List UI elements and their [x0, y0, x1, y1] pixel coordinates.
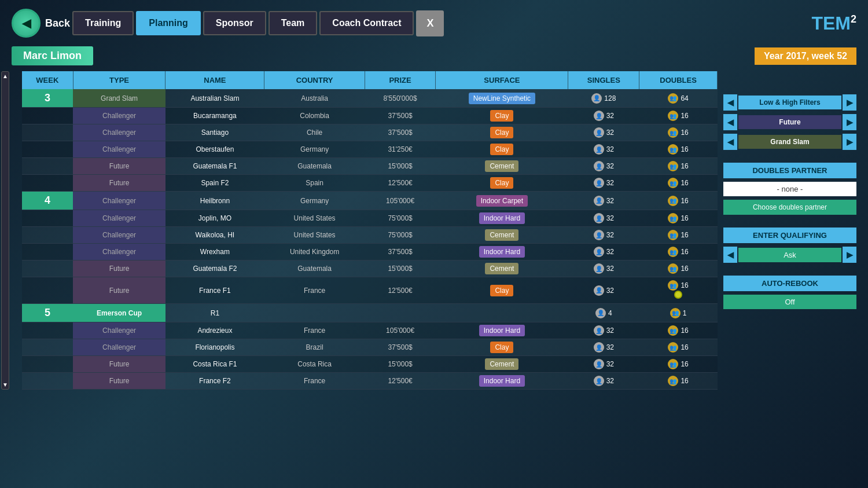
- table-row[interactable]: FutureFrance F1France12'500€Clay👤32👥16: [22, 277, 718, 304]
- header-country: COUNTRY: [264, 71, 365, 89]
- table-row[interactable]: ChallengerBucaramangaColombia37'500$Clay…: [22, 108, 718, 124]
- type-cell: Future: [73, 175, 165, 192]
- name-cell: Waikoloa, HI: [165, 227, 264, 244]
- scroll-up-arrow[interactable]: ▲: [2, 73, 8, 79]
- doubles-cell: 👥64: [639, 89, 718, 108]
- type-cell: Challenger: [73, 244, 165, 260]
- coach-contract-tab[interactable]: Coach Contract: [319, 11, 414, 35]
- doubles-cell: 👥16: [639, 260, 718, 277]
- type-cell: Challenger: [73, 192, 165, 210]
- ask-right-arrow[interactable]: ▶: [843, 247, 856, 263]
- surface-cell: Clay: [436, 141, 568, 158]
- surface-cell: Clay: [436, 108, 568, 124]
- doubles-cell: 👥16: [639, 124, 718, 141]
- singles-cell: 👤32: [568, 260, 639, 277]
- table-row[interactable]: ChallengerSantiagoChile37'500$Clay👤32👥16: [22, 124, 718, 141]
- country-cell: Costa Rica: [264, 356, 365, 373]
- week-cell: [22, 277, 73, 304]
- team-tab[interactable]: Team: [269, 11, 318, 35]
- ask-left-arrow[interactable]: ◀: [723, 247, 737, 263]
- ask-label: Ask: [738, 248, 841, 262]
- scroll-down-arrow[interactable]: ▼: [2, 381, 8, 388]
- enter-qualifying-button[interactable]: ENTER QUALIFYING: [723, 228, 856, 243]
- name-cell: Spain F2: [165, 175, 264, 192]
- filter3-right-arrow[interactable]: ▶: [843, 134, 856, 150]
- scroll-bar[interactable]: ▲ ▼: [1, 71, 9, 390]
- week-cell: 3: [22, 89, 73, 108]
- prize-cell: 12'500€: [365, 175, 436, 192]
- table-row[interactable]: 5Emerson CupR1👤4👥1: [22, 304, 718, 322]
- top-navigation: ◀ Back Training Planning Sponsor Team Co…: [12, 9, 856, 38]
- back-circle-icon: ◀: [12, 9, 41, 38]
- type-cell: Future: [73, 260, 165, 277]
- planning-tab[interactable]: Planning: [136, 11, 201, 35]
- singles-cell: 👤32: [568, 277, 639, 304]
- close-button[interactable]: X: [416, 10, 444, 36]
- sponsor-tab[interactable]: Sponsor: [203, 11, 266, 35]
- doubles-cell: 👥16: [639, 210, 718, 227]
- prize-cell: 12'500€: [365, 277, 436, 304]
- filter1-left-arrow[interactable]: ◀: [723, 94, 737, 111]
- table-row[interactable]: FutureFrance F2France12'500€Indoor Hard👤…: [22, 373, 718, 390]
- singles-cell: 👤32: [568, 192, 639, 210]
- table-row[interactable]: ChallengerWaikoloa, HIUnited States75'00…: [22, 227, 718, 244]
- table-row[interactable]: ChallengerWrexhamUnited Kingdom37'500$In…: [22, 244, 718, 260]
- prize-cell: 15'000$: [365, 260, 436, 277]
- name-cell: Santiago: [165, 124, 264, 141]
- back-label: Back: [45, 17, 70, 30]
- doubles-cell: 👥16: [639, 192, 718, 210]
- auto-rebook-value[interactable]: Off: [723, 295, 856, 309]
- filter2-right-arrow[interactable]: ▶: [843, 114, 856, 130]
- table-row[interactable]: FutureGuatemala F2Guatemala15'000$Cement…: [22, 260, 718, 277]
- country-cell: France: [264, 277, 365, 304]
- week-cell: [22, 124, 73, 141]
- name-cell: Andrezieux: [165, 322, 264, 339]
- singles-cell: 👤32: [568, 175, 639, 192]
- prize-cell: 8'550'000$: [365, 89, 436, 108]
- type-cell: Challenger: [73, 322, 165, 339]
- filter2-label: Future: [738, 115, 841, 129]
- table-row[interactable]: FutureSpain F2Spain12'500€Clay👤32👥16: [22, 175, 718, 192]
- singles-cell: 👤32: [568, 124, 639, 141]
- filter-row-1: ◀ Low & High Filters ▶: [723, 94, 856, 111]
- surface-cell: NewLine Synthetic: [436, 89, 568, 108]
- surface-cell: Indoor Hard: [436, 244, 568, 260]
- filter3-left-arrow[interactable]: ◀: [723, 134, 737, 150]
- surface-cell: Cement: [436, 158, 568, 175]
- week-cell: [22, 339, 73, 356]
- doubles-partner-value: - none -: [723, 182, 856, 196]
- type-cell: Challenger: [73, 141, 165, 158]
- name-cell: Joplin, MO: [165, 210, 264, 227]
- right-panel: ◀ Low & High Filters ▶ ◀ Future ▶ ◀ Gran…: [723, 71, 856, 390]
- name-cell: France F1: [165, 277, 264, 304]
- country-cell: France: [264, 322, 365, 339]
- doubles-cell: 👥16: [639, 227, 718, 244]
- singles-cell: 👤32: [568, 141, 639, 158]
- country-cell: United States: [264, 210, 365, 227]
- name-cell: Bucaramanga: [165, 108, 264, 124]
- header-surface: SURFACE: [436, 71, 568, 89]
- filter2-left-arrow[interactable]: ◀: [723, 114, 737, 130]
- table-header-row: WEEK TYPE NAME COUNTRY PRIZE SURFACE SIN…: [22, 71, 718, 89]
- table-row[interactable]: FutureCosta Rica F1Costa Rica15'000$Ceme…: [22, 356, 718, 373]
- choose-doubles-button[interactable]: Choose doubles partner: [723, 200, 856, 215]
- country-cell: Colombia: [264, 108, 365, 124]
- surface-cell: Indoor Hard: [436, 373, 568, 390]
- table-row[interactable]: ChallengerFlorianopolisBrazil37'500$Clay…: [22, 339, 718, 356]
- type-cell: Challenger: [73, 124, 165, 141]
- prize-cell: 12'500€: [365, 373, 436, 390]
- table-row[interactable]: ChallengerOberstaufenGermany31'250€Clay👤…: [22, 141, 718, 158]
- country-cell: Germany: [264, 141, 365, 158]
- table-row[interactable]: ChallengerAndrezieuxFrance105'000€Indoor…: [22, 322, 718, 339]
- filter1-right-arrow[interactable]: ▶: [843, 94, 856, 111]
- doubles-cell: 👥16: [639, 322, 718, 339]
- table-row[interactable]: FutureGuatemala F1Guatemala15'000$Cement…: [22, 158, 718, 175]
- filter1-label: Low & High Filters: [738, 96, 841, 109]
- week-cell: [22, 322, 73, 339]
- table-row[interactable]: 4ChallengerHeilbronnGermany105'000€Indoo…: [22, 192, 718, 210]
- table-row[interactable]: 3Grand SlamAustralian SlamAustralia8'550…: [22, 89, 718, 108]
- back-button[interactable]: ◀ Back: [12, 9, 70, 38]
- week-cell: [22, 158, 73, 175]
- table-row[interactable]: ChallengerJoplin, MOUnited States75'000$…: [22, 210, 718, 227]
- training-tab[interactable]: Training: [72, 11, 134, 35]
